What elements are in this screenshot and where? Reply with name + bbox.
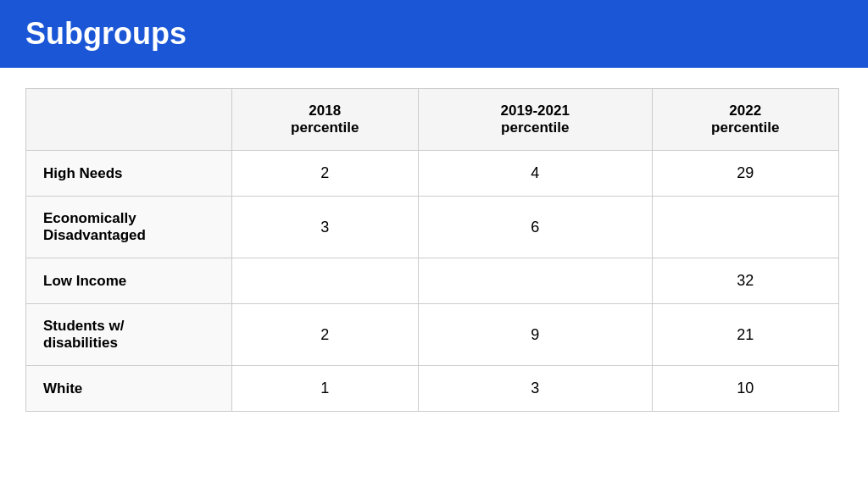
row-label-high-needs: High Needs xyxy=(26,151,232,197)
row-2022-students-disabilities: 21 xyxy=(652,304,838,366)
table-row: Students w/ disabilities 2 9 21 xyxy=(26,304,839,366)
table-row: High Needs 2 4 29 xyxy=(26,151,839,197)
main-content: 2018 percentile 2019-2021 percentile 202… xyxy=(0,68,868,432)
subgroups-table: 2018 percentile 2019-2021 percentile 202… xyxy=(25,88,839,412)
row-2018-white: 1 xyxy=(231,366,418,412)
row-2018-students-disabilities: 2 xyxy=(231,304,418,366)
table-row: White 1 3 10 xyxy=(26,366,839,412)
row-2018-high-needs: 2 xyxy=(231,151,418,197)
col-header-2018: 2018 percentile xyxy=(231,89,418,151)
table-row: Economically Disadvantaged 3 6 xyxy=(26,197,839,258)
row-2022-low-income: 32 xyxy=(652,258,838,304)
row-2022-econ-disadvantaged xyxy=(652,197,838,258)
row-label-low-income: Low Income xyxy=(26,258,232,304)
col-header-2022: 2022 percentile xyxy=(652,89,838,151)
col-header-2019: 2019-2021 percentile xyxy=(418,89,652,151)
row-2019-students-disabilities: 9 xyxy=(418,304,652,366)
page-title: Subgroups xyxy=(25,16,186,52)
row-2018-econ-disadvantaged: 3 xyxy=(231,197,418,258)
row-2022-high-needs: 29 xyxy=(652,151,838,197)
row-2019-white: 3 xyxy=(418,366,652,412)
row-label-white: White xyxy=(26,366,232,412)
row-2019-low-income xyxy=(418,258,652,304)
row-2018-low-income xyxy=(231,258,418,304)
table-row: Low Income 32 xyxy=(26,258,839,304)
row-label-econ-disadvantaged: Economically Disadvantaged xyxy=(26,197,232,258)
row-label-students-disabilities: Students w/ disabilities xyxy=(26,304,232,366)
col-header-label xyxy=(26,89,232,151)
row-2019-high-needs: 4 xyxy=(418,151,652,197)
table-header-row: 2018 percentile 2019-2021 percentile 202… xyxy=(26,89,839,151)
page-header: Subgroups xyxy=(0,0,868,68)
row-2019-econ-disadvantaged: 6 xyxy=(418,197,652,258)
row-2022-white: 10 xyxy=(652,366,838,412)
